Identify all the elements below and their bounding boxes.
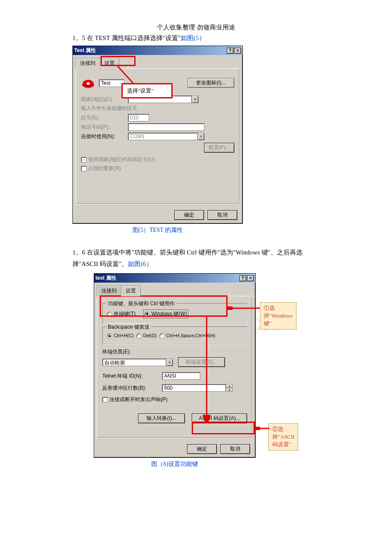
dialog2-title: test 属性: [95, 275, 116, 282]
buffer-spinner[interactable]: ▴▾: [226, 384, 233, 392]
step-2-line-b: 择"ASCII 码设置"。: [72, 260, 128, 267]
country-label: 国家(地区)(C):: [81, 96, 128, 103]
phone-icon: [81, 76, 95, 90]
input-translation-button[interactable]: 输入转换(I)...: [138, 413, 185, 423]
tab-connect[interactable]: 连接到: [75, 58, 100, 69]
dialog2-wrap: test 属性 ? × 连接到 设置 功能键、箭头键和 Ctrl 键用作 终端键…: [94, 273, 256, 458]
beep-checkbox[interactable]: [102, 397, 108, 402]
area-label: 区号(E):: [81, 114, 128, 121]
use-country-label: 使用国家(地区)代码和区号(U): [88, 156, 155, 163]
ascii-settings-button[interactable]: ASCII 码设置(A)...: [192, 413, 247, 423]
dialog2-tabs: 连接到 设置: [94, 283, 255, 296]
beep-label: 连接或断开时发出声响(P): [110, 396, 167, 403]
connection-name-input[interactable]: Test: [99, 79, 124, 87]
dialog1-tabs: 连接到 设置: [73, 55, 242, 68]
redial-checkbox: [81, 166, 86, 171]
tab-connect[interactable]: 连接到: [97, 286, 121, 296]
change-icon-button[interactable]: 更改图标(I)...: [187, 78, 234, 88]
step-1-link: 如图(5）: [181, 35, 205, 41]
figure-5-caption: 图(5）TEST 的属性: [72, 226, 243, 234]
bs-opt3-label: Ctrl+H,Space,Ctrl+H(H): [166, 333, 216, 338]
cancel-button[interactable]: 取消: [220, 444, 250, 454]
ok-button[interactable]: 确定: [187, 444, 217, 454]
radio-windows-label: Windows 键(W): [151, 311, 187, 317]
cancel-button[interactable]: 取消: [208, 210, 237, 220]
bs-opt2-label: Del(D): [143, 333, 157, 338]
tab-settings[interactable]: 设置: [121, 286, 141, 296]
use-country-checkbox: ✓: [81, 157, 86, 162]
buffer-lines-label: 反卷缓冲区行数(B):: [102, 384, 162, 392]
dialog2: test 属性 ? × 连接到 设置 功能键、箭头键和 Ctrl 键用作 终端键…: [94, 273, 256, 458]
close-button[interactable]: ×: [234, 48, 241, 54]
area-input: 010: [128, 114, 149, 121]
buffer-lines-input[interactable]: 500: [162, 384, 226, 392]
dialog1-footer: 确定 取消: [73, 207, 242, 223]
radio-terminal-key[interactable]: 终端键(T): [107, 310, 135, 318]
emulation-label: 终端仿真(E):: [102, 348, 131, 356]
emulation-dropdown-icon[interactable]: ▾: [166, 358, 173, 366]
connect-using-label: 连接时使用(N):: [81, 133, 128, 140]
phone-input: [128, 123, 205, 131]
close-button[interactable]: ×: [247, 275, 254, 281]
group-func-legend: 功能键、箭头键和 Ctrl 键用作: [106, 300, 176, 307]
dialog2-panel: 功能键、箭头键和 Ctrl 键用作 终端键(T) Windows 键(W) Ba…: [97, 296, 253, 438]
step-2-text: 1。6 在设置选项中将"功能键、箭头键和 Ctrl 键用作"选为"Windows…: [72, 247, 320, 270]
phone-label: 电话号码(P):: [81, 124, 128, 131]
page: 个人收集整理 勿做商业用途 1。5 在 TEST 属性端口选择选择"设置"如图(…: [0, 0, 392, 485]
figure-6-caption: 图（6)设置功能键: [94, 460, 256, 468]
dialog2-titlebar: test 属性 ? ×: [94, 274, 255, 283]
callout-ascii-setting: ②选择"ASCII 码设置": [268, 423, 298, 451]
dialog1-titlebar: Test 属性 ? ×: [73, 46, 242, 55]
radio-terminal-label: 终端键(T): [114, 311, 135, 317]
arrow-to-callout2: [254, 427, 270, 430]
callout-windows-key: ①选择"Windows 键": [260, 302, 297, 330]
ok-button[interactable]: 确定: [174, 210, 204, 220]
radio-del[interactable]: Del(D): [136, 333, 157, 338]
radio-ctrlh-space[interactable]: Ctrl+H,Space,Ctrl+H(H): [159, 333, 216, 338]
connect-using-select[interactable]: COM1: [128, 133, 198, 140]
step-1-prefix: 1。5 在 TEST 属性端口选择选择"设置": [72, 35, 181, 41]
dialog1-title: Test 属性: [74, 47, 96, 54]
step-2-link: 如图(6）: [128, 260, 153, 267]
connect-dropdown-icon[interactable]: ▾: [198, 133, 205, 140]
configure-button: 配置(F)...: [204, 143, 234, 153]
help-button[interactable]: ?: [227, 48, 233, 54]
country-hint: 输入不带长途前缀的区号。: [81, 105, 234, 112]
step-1-text: 1。5 在 TEST 属性端口选择选择"设置"如图(5）: [72, 34, 358, 42]
dialog1: Test 属性 ? × 连接到 设置 Test 更改图标(I)...: [72, 46, 243, 224]
radio-windows-key[interactable]: Windows 键(W): [143, 309, 188, 318]
telnet-id-label: Telnet 终端 ID(N):: [102, 373, 162, 380]
country-dropdown-icon: ▾: [192, 95, 199, 103]
group-backspace-legend: Backspace 键发送: [106, 324, 151, 331]
emulation-select[interactable]: 自动检测: [102, 358, 166, 366]
group-func-keys: 功能键、箭头键和 Ctrl 键用作 终端键(T) Windows 键(W): [102, 303, 247, 324]
callout-select-settings: 选择"设置": [121, 83, 173, 98]
svg-point-1: [86, 82, 90, 85]
dialog2-footer: 确定 取消: [94, 441, 255, 457]
step-2-line-a: 1。6 在设置选项中将"功能键、箭头键和 Ctrl 键用作"选为"Windows…: [72, 249, 303, 256]
radio-ctrlh[interactable]: Ctrl+H(C): [107, 333, 134, 338]
redial-label: 占线时重拨(R): [88, 165, 121, 172]
header-note: 个人收集整理 勿做商业用途: [34, 23, 358, 32]
terminal-setup-button: 终端设置(S)...: [178, 357, 225, 367]
help-button[interactable]: ?: [239, 275, 246, 281]
telnet-id-input[interactable]: ANSI: [162, 372, 200, 380]
tab-settings[interactable]: 设置: [100, 58, 119, 69]
dialog1-wrap: Test 属性 ? × 连接到 设置 Test 更改图标(I)...: [72, 46, 243, 224]
bs-opt1-label: Ctrl+H(C): [114, 333, 134, 338]
group-backspace: Backspace 键发送 Ctrl+H(C) Del(D) Ctrl+H,Sp…: [102, 327, 247, 344]
